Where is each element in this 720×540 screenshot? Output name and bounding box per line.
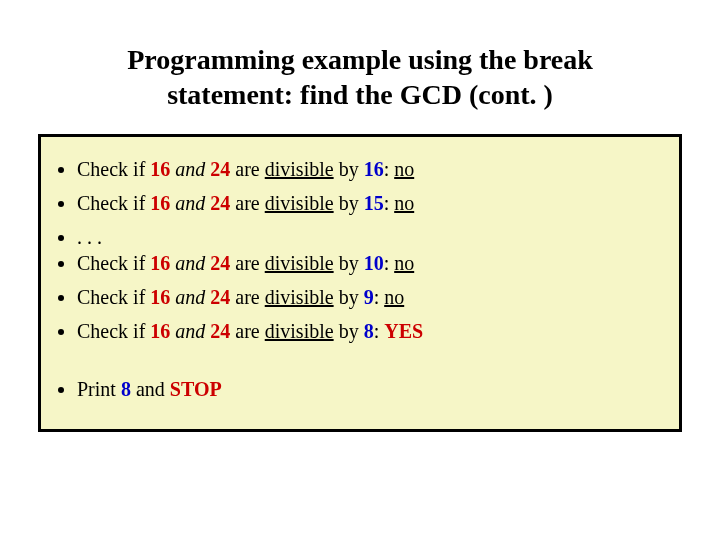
- and-word: and: [175, 320, 205, 342]
- number-b: 24: [210, 320, 230, 342]
- list-item: Check if 16 and 24 are divisible by 10: …: [77, 251, 673, 275]
- result-no: no: [394, 192, 414, 214]
- divisor: 16: [364, 158, 384, 180]
- title-line-1: Programming example using the break: [127, 44, 593, 75]
- divisor: 9: [364, 286, 374, 308]
- number-a: 16: [150, 252, 170, 274]
- text: Print: [77, 378, 121, 400]
- divisible-word: divisible: [265, 192, 334, 214]
- and-word: and: [175, 252, 205, 274]
- number-b: 24: [210, 252, 230, 274]
- text: :: [384, 158, 395, 180]
- text: Check if: [77, 158, 150, 180]
- and-word: and: [175, 192, 205, 214]
- divisor: 15: [364, 192, 384, 214]
- slide-title: Programming example using the break stat…: [58, 42, 662, 112]
- text: are: [230, 252, 264, 274]
- text: :: [374, 320, 385, 342]
- text: by: [334, 286, 364, 308]
- text: are: [230, 158, 264, 180]
- text: and: [131, 378, 170, 400]
- text: Check if: [77, 286, 150, 308]
- text: Check if: [77, 252, 150, 274]
- number-a: 16: [150, 320, 170, 342]
- list-item-print: Print 8 and STOP: [77, 377, 673, 401]
- number-b: 24: [210, 192, 230, 214]
- bullet-list: Check if 16 and 24 are divisible by 16: …: [47, 157, 673, 401]
- text: Check if: [77, 320, 150, 342]
- ellipsis: . . .: [77, 226, 102, 248]
- number-a: 16: [150, 286, 170, 308]
- text: are: [230, 320, 264, 342]
- number-b: 24: [210, 158, 230, 180]
- divisor: 10: [364, 252, 384, 274]
- title-line-2: statement: find the GCD (cont. ): [167, 79, 553, 110]
- text: :: [384, 192, 395, 214]
- number-a: 16: [150, 158, 170, 180]
- number-b: 24: [210, 286, 230, 308]
- result-no: no: [384, 286, 404, 308]
- gcd-value: 8: [121, 378, 131, 400]
- divisible-word: divisible: [265, 158, 334, 180]
- list-item-ellipsis: . . .: [77, 225, 673, 249]
- list-item: Check if 16 and 24 are divisible by 16: …: [77, 157, 673, 181]
- divisible-word: divisible: [265, 320, 334, 342]
- text: by: [334, 252, 364, 274]
- content-box: Check if 16 and 24 are divisible by 16: …: [38, 134, 682, 432]
- text: by: [334, 192, 364, 214]
- number-a: 16: [150, 192, 170, 214]
- list-item: Check if 16 and 24 are divisible by 15: …: [77, 191, 673, 215]
- and-word: and: [175, 286, 205, 308]
- divisor: 8: [364, 320, 374, 342]
- result-yes: YES: [384, 320, 423, 342]
- and-word: and: [175, 158, 205, 180]
- list-item: Check if 16 and 24 are divisible by 8: Y…: [77, 319, 673, 343]
- divisible-word: divisible: [265, 252, 334, 274]
- list-item: Check if 16 and 24 are divisible by 9: n…: [77, 285, 673, 309]
- text: :: [384, 252, 395, 274]
- result-no: no: [394, 158, 414, 180]
- text: by: [334, 320, 364, 342]
- text: are: [230, 192, 264, 214]
- text: :: [374, 286, 385, 308]
- result-no: no: [394, 252, 414, 274]
- text: are: [230, 286, 264, 308]
- slide: Programming example using the break stat…: [0, 0, 720, 540]
- text: Check if: [77, 192, 150, 214]
- divisible-word: divisible: [265, 286, 334, 308]
- stop-word: STOP: [170, 378, 222, 400]
- text: by: [334, 158, 364, 180]
